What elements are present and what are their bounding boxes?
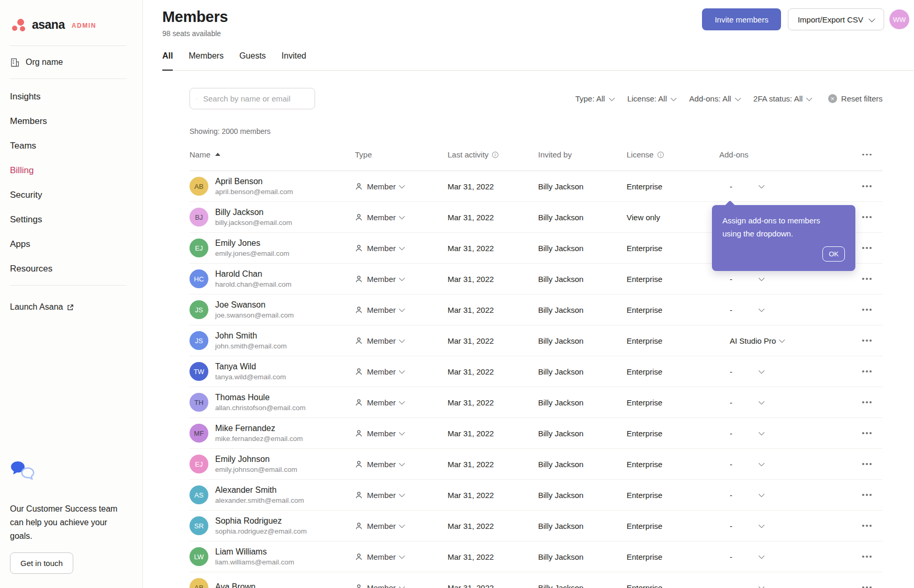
sidebar-item-billing[interactable]: Billing [0,158,142,183]
chevron-down-icon [759,183,764,188]
addons-dropdown[interactable]: - [719,275,861,284]
row-menu-button[interactable] [861,552,883,561]
column-invited-by: Invited by [538,150,627,159]
last-activity-cell: Mar 31, 2022 [448,244,538,253]
sidebar-item-insights[interactable]: Insights [0,84,142,109]
import-export-csv-button[interactable]: Import/Export CSV [788,8,884,30]
license-cell: Enterprise [627,275,719,284]
addons-dropdown[interactable]: AI Studio Pro [719,336,861,345]
table-row: AB April Benson april.benson@email.com M… [190,171,883,202]
sidebar-item-resources[interactable]: Resources [0,256,142,281]
addons-dropdown[interactable]: - [719,398,861,407]
row-menu-button[interactable] [861,460,883,468]
chat-bubbles-icon [10,460,38,484]
table-header-menu-button[interactable] [861,151,883,159]
org-selector[interactable]: Org name [0,46,142,78]
member-email: allan.christofson@email.com [215,404,306,412]
tooltip-ok-button[interactable]: OK [822,246,845,262]
reset-filters-button[interactable]: × Reset filters [828,94,883,103]
row-menu-button[interactable] [861,306,883,314]
license-cell: Enterprise [627,244,719,253]
row-menu-button[interactable] [861,583,883,588]
tab-guests[interactable]: Guests [239,51,266,70]
launch-asana-label: Launch Asana [10,302,63,312]
addons-dropdown[interactable]: - [719,583,861,588]
column-name-sort[interactable]: Name [190,150,355,159]
chevron-down-icon [759,275,764,281]
row-menu-button[interactable] [861,522,883,530]
filter-type[interactable]: Type: All [575,94,614,103]
row-menu-button[interactable] [861,367,883,376]
launch-asana-link[interactable]: Launch Asana [0,302,142,312]
license-cell: Enterprise [627,367,719,376]
row-menu-button[interactable] [861,336,883,345]
member-type-dropdown[interactable]: Member [355,491,448,500]
sidebar-item-security[interactable]: Security [0,183,142,207]
chevron-down-icon [399,306,405,312]
member-type-dropdown[interactable]: Member [355,552,448,561]
member-type-dropdown[interactable]: Member [355,244,448,253]
member-type-dropdown[interactable]: Member [355,182,448,191]
search-input[interactable] [202,94,308,104]
member-type-dropdown[interactable]: Member [355,398,448,407]
info-icon[interactable] [657,151,664,159]
addons-dropdown[interactable]: - [719,460,861,469]
invite-members-button[interactable]: Invite members [702,8,781,30]
info-icon[interactable] [492,151,499,159]
seats-available: 98 seats available [162,29,228,38]
row-menu-button[interactable] [861,182,883,190]
sidebar-item-apps[interactable]: Apps [0,232,142,256]
row-menu-button[interactable] [861,244,883,252]
member-name: Mike Fernandez [215,424,303,433]
last-activity-cell: Mar 31, 2022 [448,275,538,284]
chevron-down-icon [759,584,764,588]
license-cell: Enterprise [627,552,719,561]
person-icon [355,368,363,376]
sidebar-item-teams[interactable]: Teams [0,133,142,158]
addons-dropdown[interactable]: - [719,306,861,314]
last-activity-cell: Mar 31, 2022 [448,367,538,376]
person-icon [355,275,363,283]
addons-dropdown[interactable]: - [719,491,861,500]
addons-dropdown[interactable]: - [719,182,861,191]
tab-invited[interactable]: Invited [282,51,306,70]
kebab-icon [861,151,873,159]
chevron-down-icon [399,553,405,559]
addons-dropdown[interactable]: - [719,429,861,438]
chevron-down-icon [399,460,405,466]
member-type-dropdown[interactable]: Member [355,429,448,438]
addons-dropdown[interactable]: - [719,522,861,530]
sidebar-item-members[interactable]: Members [0,109,142,133]
member-type-dropdown[interactable]: Member [355,367,448,376]
row-menu-button[interactable] [861,398,883,406]
tab-members[interactable]: Members [188,51,224,70]
table-row: JS John Smith john.smith@email.com Membe… [190,325,883,356]
user-avatar[interactable]: WW [889,9,909,29]
member-type-dropdown[interactable]: Member [355,522,448,530]
member-type-dropdown[interactable]: Member [355,275,448,284]
row-menu-button[interactable] [861,213,883,221]
member-type-dropdown[interactable]: Member [355,583,448,588]
member-email: john.smith@email.com [215,342,287,350]
member-type-dropdown[interactable]: Member [355,213,448,222]
filter-2fa-status[interactable]: 2FA status: All [753,94,811,103]
member-type-dropdown[interactable]: Member [355,336,448,345]
chevron-down-icon [399,213,405,219]
filter-license[interactable]: License: All [627,94,675,103]
row-menu-button[interactable] [861,491,883,499]
addons-dropdown[interactable]: - [719,367,861,376]
row-menu-button[interactable] [861,275,883,283]
tab-all[interactable]: All [162,51,173,71]
last-activity-cell: Mar 31, 2022 [448,213,538,222]
sort-ascending-icon [215,153,220,156]
member-type-dropdown[interactable]: Member [355,306,448,314]
filter-addons[interactable]: Add-ons: All [689,94,740,103]
row-menu-button[interactable] [861,429,883,437]
sidebar-item-settings[interactable]: Settings [0,207,142,232]
member-type-dropdown[interactable]: Member [355,460,448,469]
addons-dropdown[interactable]: - [719,552,861,561]
last-activity-cell: Mar 31, 2022 [448,306,538,314]
get-in-touch-button[interactable]: Get in touch [10,552,73,574]
last-activity-cell: Mar 31, 2022 [448,522,538,530]
invited-by-cell: Billy Jackson [538,213,627,222]
